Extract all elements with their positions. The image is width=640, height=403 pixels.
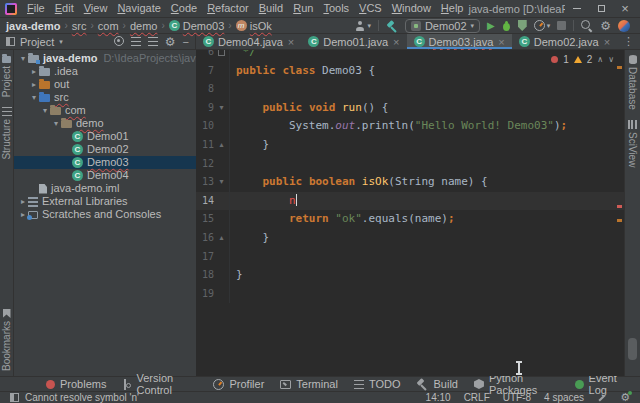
tab-demo01-java[interactable]: CDemo01.java×: [301, 34, 406, 49]
chevron-down-icon[interactable]: ▾: [51, 117, 61, 130]
menu-refactor[interactable]: Refactor: [202, 0, 254, 17]
action-settings[interactable]: ⚙: [600, 20, 611, 32]
close-icon[interactable]: ×: [288, 37, 294, 47]
fold-marker-icon[interactable]: ▾: [214, 99, 230, 118]
action-hammer[interactable]: [386, 20, 398, 32]
tree-item-java-demo-iml[interactable]: java-demo.iml: [14, 182, 196, 195]
tree-item-demo01[interactable]: CDemo01: [14, 130, 196, 143]
code-editor[interactable]: 6 */7public class Demo03 {89▾ public voi…: [196, 50, 624, 376]
stripe-button-database[interactable]: Database: [627, 50, 638, 115]
menu-window[interactable]: Window: [387, 0, 436, 17]
project-panel-title[interactable]: Project: [20, 36, 54, 48]
stripe-mark-error[interactable]: [617, 205, 622, 208]
toolwindow-switcher-icon[interactable]: [10, 393, 19, 402]
chevron-right-icon[interactable]: ▸: [29, 78, 39, 91]
breadcrumb-item-com[interactable]: com: [98, 20, 119, 32]
menu-navigate[interactable]: Navigate: [112, 0, 165, 17]
code-line-15[interactable]: 15 return "ok".equals(name);: [196, 210, 624, 229]
stripe-mark-warning[interactable]: [617, 219, 622, 222]
code-line-10[interactable]: 10 System.out.println("Hello World! Demo…: [196, 117, 624, 136]
next-issue-icon[interactable]: ∨: [608, 55, 614, 64]
tree-item-demo02[interactable]: CDemo02: [14, 143, 196, 156]
panel-action-collapse-all[interactable]: [148, 36, 158, 48]
tree-item-com[interactable]: ▾com: [14, 104, 196, 117]
chevron-right-icon[interactable]: ▸: [18, 195, 28, 208]
code-line-14[interactable]: 14 n: [196, 192, 624, 211]
chevron-right-icon[interactable]: ▸: [29, 65, 39, 78]
tab-demo02-java[interactable]: CDemo02.java×: [512, 34, 617, 49]
stripe-button-bookmarks[interactable]: Bookmarks: [1, 304, 12, 376]
code-line-9[interactable]: 9▾ public void run() {: [196, 99, 624, 118]
fold-marker-icon[interactable]: ▾: [214, 173, 230, 192]
tree-item-demo04[interactable]: CDemo04: [14, 169, 196, 182]
menu-build[interactable]: Build: [254, 0, 288, 17]
panel-action-settings[interactable]: ⚙: [165, 36, 176, 48]
action-profile-ball[interactable]: [618, 20, 630, 32]
stripe-button-sciview[interactable]: SciView: [627, 115, 638, 172]
breadcrumb-item-src[interactable]: src: [72, 20, 87, 32]
code-line-17[interactable]: 17: [196, 248, 624, 267]
code-line-16[interactable]: 16▴ }: [196, 229, 624, 248]
close-icon[interactable]: ×: [604, 37, 610, 47]
breadcrumb-item-demo[interactable]: demo: [130, 20, 158, 32]
scrollbar-thumb[interactable]: [628, 338, 637, 360]
breadcrumb-item-demo03[interactable]: CDemo03: [169, 20, 225, 32]
menu-code[interactable]: Code: [166, 0, 202, 17]
tree-item-java-demo[interactable]: ▾java-demoD:\IdeaProjects\java-demo: [14, 52, 196, 65]
code-line-13[interactable]: 13▾ public boolean isOk(String name) {: [196, 173, 624, 192]
prev-issue-icon[interactable]: ∧: [597, 55, 603, 64]
code-line-8[interactable]: 8: [196, 80, 624, 99]
tab-demo03-java[interactable]: CDemo03.java×: [407, 34, 512, 49]
chevron-right-icon[interactable]: ▸: [18, 208, 28, 221]
toolwindow-button-todo[interactable]: TODO: [354, 378, 401, 390]
breadcrumb-item-isok[interactable]: misOk: [236, 20, 272, 32]
action-coverage[interactable]: [518, 20, 527, 31]
chevron-down-icon[interactable]: ▾: [29, 91, 39, 104]
tab-demo04-java[interactable]: CDemo04.java×: [196, 34, 301, 49]
menu-help[interactable]: Help: [436, 0, 469, 17]
action-stop[interactable]: [557, 21, 566, 30]
tree-item-scratches-and-consoles[interactable]: ▸Scratches and Consoles: [14, 208, 196, 221]
close-icon[interactable]: ×: [498, 37, 504, 47]
panel-action-target[interactable]: [114, 36, 124, 48]
action-search[interactable]: [581, 20, 593, 32]
run-configuration-select[interactable]: Demo02▾: [405, 19, 480, 33]
code-line-18[interactable]: 18}: [196, 266, 624, 285]
menu-file[interactable]: File: [22, 0, 50, 17]
fold-marker-icon[interactable]: ▴: [214, 136, 230, 155]
tree-item-demo03[interactable]: CDemo03: [14, 156, 196, 169]
breadcrumb-item-java-demo[interactable]: java-demo: [6, 20, 60, 32]
tree-item-external-libraries[interactable]: ▸External Libraries: [14, 195, 196, 208]
toolwindow-button-terminal[interactable]: Terminal: [280, 378, 338, 390]
chevron-down-icon[interactable]: ▾: [40, 104, 50, 117]
caret-position[interactable]: 14:10: [426, 392, 451, 403]
close-icon[interactable]: ×: [393, 37, 399, 47]
menu-vcs[interactable]: VCS: [354, 0, 387, 17]
code-line-19[interactable]: 19: [196, 285, 624, 304]
panel-action-expand-all[interactable]: [131, 36, 141, 48]
menu-tools[interactable]: Tools: [318, 0, 354, 17]
action-bug[interactable]: [502, 20, 511, 31]
pen-icon[interactable]: [597, 393, 607, 403]
action-play[interactable]: ▶: [487, 20, 495, 32]
menu-run[interactable]: Run: [288, 0, 318, 17]
code-line-12[interactable]: 12: [196, 155, 624, 174]
gear-notification-icon[interactable]: ⚙: [620, 392, 630, 403]
toolwindow-button-build[interactable]: Build: [416, 378, 457, 390]
tree-item--idea[interactable]: ▸.idea: [14, 65, 196, 78]
menu-edit[interactable]: Edit: [50, 0, 79, 17]
code-line-11[interactable]: 11▴ }: [196, 136, 624, 155]
stripe-mark-warning[interactable]: [617, 66, 622, 69]
tree-item-src[interactable]: ▾src: [14, 91, 196, 104]
inspection-widget[interactable]: 1 2 ∧ ∨: [551, 54, 614, 65]
tab-options-icon[interactable]: ⋮: [617, 34, 640, 49]
stripe-button-project[interactable]: Project: [1, 50, 12, 102]
stripe-button-structure[interactable]: Structure: [1, 102, 12, 165]
menu-view[interactable]: View: [79, 0, 113, 17]
toolwindow-button-problems[interactable]: Problems: [46, 378, 106, 390]
tree-item-demo[interactable]: ▾demo: [14, 117, 196, 130]
tree-item-out[interactable]: ▸out: [14, 78, 196, 91]
window-maximize-button[interactable]: [589, 0, 613, 17]
chevron-down-icon[interactable]: ▾: [18, 52, 28, 65]
indent-style[interactable]: 4 spaces: [544, 392, 584, 403]
